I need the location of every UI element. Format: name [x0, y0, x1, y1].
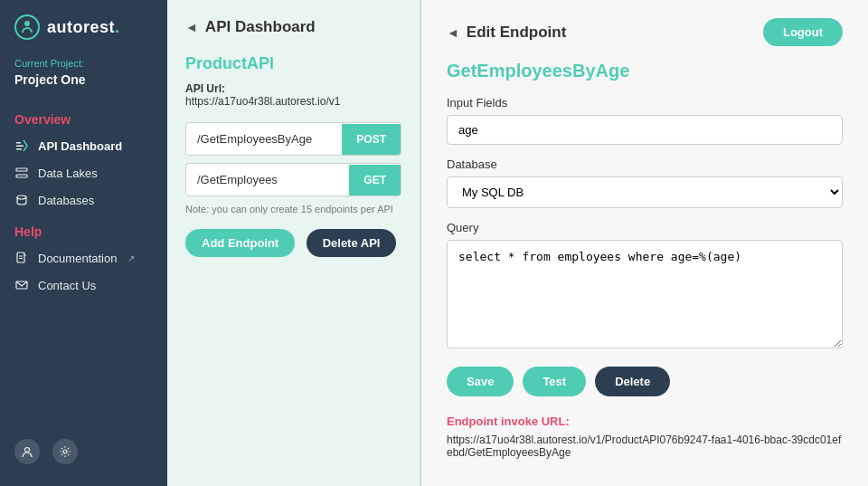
query-textarea[interactable]: select * from employees where age=%(age) [447, 240, 843, 348]
svg-point-7 [17, 195, 26, 199]
overview-group-label: Overview [0, 101, 167, 132]
api-icon [14, 138, 29, 153]
current-project-label: Current Project: [0, 58, 167, 72]
help-group-label: Help [0, 214, 167, 244]
endpoint-method-get[interactable]: GET [349, 165, 401, 195]
sidebar-item-documentation[interactable]: Documentation ↗ [0, 244, 167, 272]
sidebar-item-databases[interactable]: Databases [0, 186, 167, 214]
database-label: Database [447, 157, 843, 171]
endpoint-path-0[interactable]: /GetEmployeesByAge [186, 123, 342, 155]
brand-name: autorest. [47, 18, 120, 37]
endpoint-title: GetEmployeesByAge [447, 61, 843, 81]
edit-panel-title: Edit Endpoint [467, 24, 566, 42]
endpoint-path-1[interactable]: /GetEmployees [186, 164, 349, 195]
edit-panel-title-group: ◄ Edit Endpoint [447, 24, 566, 42]
user-avatar-button[interactable] [14, 439, 40, 464]
sidebar-item-contact-us[interactable]: Contact Us [0, 272, 167, 299]
sidebar-item-label: Contact Us [38, 279, 96, 292]
edit-back-arrow[interactable]: ◄ [447, 25, 459, 40]
api-name: ProductAPI [185, 54, 401, 73]
endpoints-note: Note: you can only create 15 endpoints p… [185, 204, 401, 214]
dashboard-actions: Add Endpoint Delete API [185, 229, 401, 257]
svg-rect-5 [16, 168, 27, 171]
endpoint-row-0: /GetEmployeesByAge POST [185, 122, 401, 156]
mail-icon [14, 278, 29, 292]
query-label: Query [447, 221, 843, 234]
svg-rect-6 [16, 175, 27, 177]
svg-rect-2 [16, 142, 21, 144]
logo: autorest. [0, 14, 167, 58]
query-group: Query select * from employees where age=… [447, 221, 843, 352]
input-fields-group: Input Fields [447, 96, 843, 145]
edit-panel-header: ◄ Edit Endpoint Logout [447, 18, 843, 46]
database-group: Database My SQL DB PostgreSQL DB MongoDB [447, 157, 843, 208]
logout-button[interactable]: Logout [763, 18, 843, 46]
sidebar-item-data-lakes[interactable]: Data Lakes [0, 159, 167, 186]
main-content: ◄ API Dashboard ProductAPI API Url: http… [167, 0, 868, 486]
sidebar-item-label: Databases [38, 194, 94, 207]
delete-button[interactable]: Delete [595, 367, 670, 396]
edit-endpoint-panel: ◄ Edit Endpoint Logout GetEmployeesByAge… [421, 0, 868, 486]
dashboard-panel-header: ◄ API Dashboard [185, 18, 401, 36]
dashboard-panel-title: API Dashboard [205, 18, 316, 36]
current-project-name: Project One [0, 72, 167, 101]
sidebar-item-label: Documentation [38, 252, 117, 265]
input-fields-label: Input Fields [447, 96, 843, 110]
sidebar: autorest. Current Project: Project One O… [0, 0, 167, 486]
endpoint-row-1: /GetEmployees GET [185, 163, 401, 196]
logo-icon [14, 14, 40, 40]
svg-point-12 [25, 448, 30, 453]
dashboard-back-arrow[interactable]: ◄ [185, 20, 198, 34]
add-endpoint-button[interactable]: Add Endpoint [185, 229, 295, 257]
db-icon [14, 193, 29, 207]
sidebar-item-label: API Dashboard [38, 139, 122, 153]
sidebar-bottom [0, 428, 167, 475]
test-button[interactable]: Test [523, 367, 586, 396]
svg-point-1 [24, 21, 30, 26]
api-url-value: https://a17uo4r38l.autorest.io/v1 [185, 95, 401, 108]
api-dashboard-panel: ◄ API Dashboard ProductAPI API Url: http… [167, 0, 420, 486]
svg-rect-3 [16, 146, 24, 148]
settings-button[interactable] [52, 439, 78, 464]
svg-point-13 [63, 450, 67, 453]
sidebar-item-api-dashboard[interactable]: API Dashboard [0, 132, 167, 159]
external-link-icon: ↗ [127, 253, 135, 263]
invoke-url-label: Endpoint invoke URL: [447, 415, 843, 428]
database-select[interactable]: My SQL DB PostgreSQL DB MongoDB [447, 176, 843, 208]
action-buttons: Save Test Delete [447, 367, 843, 396]
input-fields-input[interactable] [447, 115, 843, 145]
invoke-url-value: https://a17uo4r38l.autorest.io/v1/Produc… [447, 434, 843, 459]
delete-api-button[interactable]: Delete API [307, 229, 397, 257]
api-url-label: API Url: [185, 82, 401, 95]
endpoint-method-post[interactable]: POST [342, 124, 401, 155]
doc-icon [14, 251, 29, 265]
sidebar-item-label: Data Lakes [38, 167, 98, 180]
svg-rect-4 [16, 148, 22, 150]
svg-rect-8 [17, 253, 24, 262]
save-button[interactable]: Save [447, 367, 514, 396]
list-icon [14, 166, 29, 180]
